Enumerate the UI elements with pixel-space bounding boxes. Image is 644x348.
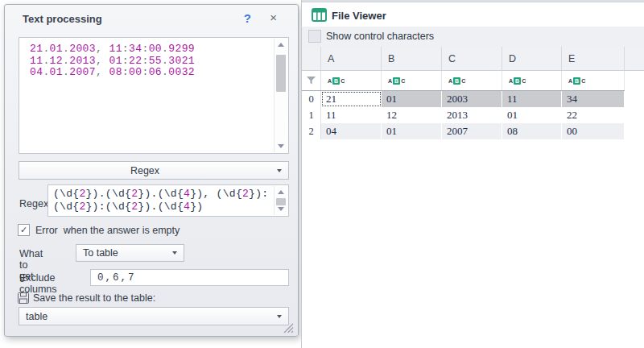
scroll-up-icon[interactable] bbox=[275, 186, 287, 198]
cell-E0[interactable]: 34 bbox=[562, 91, 625, 107]
cell-D1[interactable]: 01 bbox=[502, 107, 562, 123]
column-type-icon-B[interactable]: ABC bbox=[382, 71, 442, 90]
column-header-B[interactable]: B bbox=[382, 47, 442, 70]
save-table-value: table bbox=[19, 311, 270, 322]
cell-A2[interactable]: 04 bbox=[321, 123, 382, 139]
close-icon[interactable]: × bbox=[270, 10, 277, 24]
cell-A1[interactable]: 11 bbox=[321, 107, 382, 123]
chevron-down-icon bbox=[270, 315, 288, 318]
regex-scrollbar[interactable] bbox=[274, 186, 287, 215]
grid-corner[interactable] bbox=[302, 47, 321, 70]
scroll-down-icon[interactable] bbox=[275, 203, 287, 215]
what-to-get-select[interactable]: To table bbox=[76, 244, 184, 262]
file-viewer-title: File Viewer bbox=[332, 10, 386, 22]
save-section: Save the result to the table: bbox=[18, 292, 155, 304]
cell-C1[interactable]: 2013 bbox=[442, 107, 502, 123]
data-grid: ABCDEABCABCABCABCABC02101200311341111220… bbox=[302, 47, 644, 139]
save-label: Save the result to the table: bbox=[33, 292, 155, 304]
regex-label: Regex bbox=[19, 198, 48, 209]
save-table-select[interactable]: table bbox=[19, 307, 289, 325]
cell-E1[interactable]: 22 bbox=[562, 107, 625, 123]
column-header-A[interactable]: A bbox=[321, 47, 382, 70]
row-header-1[interactable]: 1 bbox=[302, 107, 321, 123]
exclude-columns-input[interactable]: 0,6,7 bbox=[90, 269, 289, 286]
column-type-icon-C[interactable]: ABC bbox=[442, 71, 502, 90]
what-to-get-value: To table bbox=[76, 247, 166, 259]
column-type-icon-D[interactable]: ABC bbox=[502, 71, 562, 90]
cell-E2[interactable]: 00 bbox=[562, 123, 625, 139]
exclude-columns-label: Exclude columns bbox=[19, 272, 57, 295]
chevron-down-icon bbox=[270, 169, 288, 172]
column-type-icon-E[interactable]: ABC bbox=[562, 71, 625, 90]
resize-grip[interactable] bbox=[283, 322, 294, 333]
save-icon bbox=[18, 292, 29, 304]
source-text: 21.01.2003, 11:34:00.929911.12.2013, 01:… bbox=[19, 38, 274, 153]
screen: Text processing ? × 21.01.2003, 11:34:00… bbox=[0, 0, 644, 348]
filter-icon[interactable] bbox=[302, 71, 321, 90]
mode-select-value: Regex bbox=[19, 165, 270, 176]
cell-C0[interactable]: 2003 bbox=[442, 91, 502, 107]
error-checkbox[interactable]: ✓ Error when the answer is empty bbox=[18, 224, 180, 236]
column-header-C[interactable]: C bbox=[442, 47, 502, 70]
show-control-characters-label: Show control characters bbox=[326, 31, 434, 42]
error-checkbox-label: Error when the answer is empty bbox=[35, 225, 180, 236]
column-type-icon-A[interactable]: ABC bbox=[321, 71, 382, 90]
cell-B1[interactable]: 12 bbox=[382, 107, 442, 123]
row-header-2[interactable]: 2 bbox=[302, 123, 321, 139]
mode-select[interactable]: Regex bbox=[19, 161, 289, 180]
cell-A0[interactable]: 21 bbox=[321, 91, 382, 107]
scroll-down-icon[interactable] bbox=[275, 140, 287, 152]
checkbox-unchecked-icon[interactable] bbox=[308, 30, 321, 43]
help-icon[interactable]: ? bbox=[244, 11, 251, 25]
scrollbar-thumb[interactable] bbox=[276, 55, 286, 92]
source-text-area[interactable]: 21.01.2003, 11:34:00.929911.12.2013, 01:… bbox=[19, 37, 289, 154]
table-row-1: 1111220130122 bbox=[302, 107, 625, 123]
checkbox-checked-icon[interactable]: ✓ bbox=[18, 224, 30, 236]
column-header-D[interactable]: D bbox=[502, 47, 562, 70]
file-viewer-header: File Viewer bbox=[302, 3, 644, 27]
dialog-title: Text processing bbox=[23, 13, 102, 25]
text-processing-dialog: Text processing ? × 21.01.2003, 11:34:00… bbox=[4, 4, 299, 337]
file-viewer-panel: File Viewer Show control characters ABCD… bbox=[301, 0, 644, 348]
cell-B2[interactable]: 01 bbox=[382, 123, 442, 139]
table-row-2: 2040120070800 bbox=[302, 123, 625, 139]
table-grid-icon bbox=[312, 8, 327, 25]
exclude-columns-value: 0,6,7 bbox=[97, 272, 136, 284]
textarea-scrollbar[interactable] bbox=[274, 39, 287, 152]
dialog-titlebar[interactable]: Text processing ? × bbox=[5, 5, 298, 31]
panel-top-strip bbox=[302, 0, 644, 2]
chevron-down-icon bbox=[166, 251, 184, 255]
table-row-0: 0210120031134 bbox=[302, 91, 625, 107]
show-control-characters-checkbox[interactable]: Show control characters bbox=[302, 27, 644, 47]
cell-B0[interactable]: 01 bbox=[382, 91, 442, 107]
cell-D2[interactable]: 08 bbox=[502, 123, 562, 139]
regex-value: (\d{2}).(\d{2}).(\d{4}), (\d{2}):(\d{2})… bbox=[48, 185, 274, 216]
row-header-0[interactable]: 0 bbox=[302, 91, 321, 107]
cell-D0[interactable]: 11 bbox=[502, 91, 562, 107]
column-header-E[interactable]: E bbox=[562, 47, 625, 70]
scroll-up-icon[interactable] bbox=[275, 39, 287, 51]
cell-C2[interactable]: 2007 bbox=[442, 123, 502, 139]
header-filler bbox=[625, 47, 644, 70]
regex-input[interactable]: (\d{2}).(\d{2}).(\d{4}), (\d{2}):(\d{2})… bbox=[47, 184, 289, 217]
